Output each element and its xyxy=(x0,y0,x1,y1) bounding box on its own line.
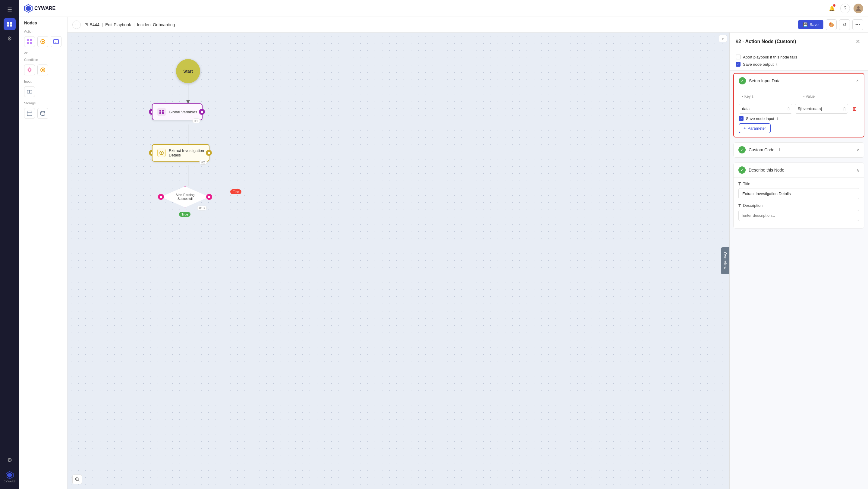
true-badge: True xyxy=(179,212,190,216)
key-input-wrapper: {} xyxy=(739,104,792,114)
collapse-arrow[interactable]: ∨ xyxy=(719,35,727,42)
playbook-id: PLB444 xyxy=(84,22,99,27)
hamburger-menu-icon[interactable]: ☰ xyxy=(4,4,16,16)
describe-node-header[interactable]: ✓ Describe this Node ∧ xyxy=(734,163,864,178)
global-variables-node[interactable]: Global Variables #1 xyxy=(152,103,203,120)
notification-icon[interactable]: 🔔 xyxy=(827,4,837,13)
condition-node-icon-1[interactable] xyxy=(24,64,35,75)
condition-node-icon-2[interactable] xyxy=(37,64,48,75)
back-button[interactable]: ← xyxy=(72,21,81,29)
storage-node-icon-1[interactable] xyxy=(24,108,35,119)
nodes-panel: Nodes Action ≫ Condition xyxy=(19,17,67,489)
settings-bottom-icon[interactable]: ⚙ xyxy=(4,454,16,466)
setup-input-title: Setup Input Data xyxy=(749,79,781,83)
main-wrapper: CYWARE 🔔 ? Nodes Action xyxy=(19,0,868,489)
add-param-label: Parameter xyxy=(748,126,766,130)
title-field-input[interactable] xyxy=(738,188,859,199)
save-output-label: Save node output xyxy=(743,62,774,67)
right-panel-title: #2 - Action Node (Custom) xyxy=(736,39,796,44)
input-node-icon-1[interactable] xyxy=(24,86,35,97)
right-panel: #2 - Action Node (Custom) ✕ Abort playbo… xyxy=(730,33,868,489)
help-icon[interactable]: ? xyxy=(840,4,850,13)
else-badge: Else xyxy=(230,189,241,194)
panel-options: Abort playbook if this node fails Save n… xyxy=(730,51,868,70)
abort-checkbox[interactable] xyxy=(736,55,741,59)
palette-button[interactable]: 🎨 xyxy=(826,19,837,30)
header-icons: 🔔 ? xyxy=(827,4,863,13)
save-button[interactable]: 💾 Save xyxy=(798,20,824,29)
add-parameter-button[interactable]: + Parameter xyxy=(739,123,771,133)
svg-rect-1 xyxy=(10,22,12,24)
cyware-logo-bottom: CYWARE xyxy=(4,471,16,483)
kv-row-1: {} {} 🗑 xyxy=(739,104,859,114)
svg-rect-29 xyxy=(162,110,164,112)
description-field-input[interactable] xyxy=(738,210,859,221)
overview-tab[interactable]: Overview xyxy=(721,247,730,274)
add-param-plus-icon: + xyxy=(744,126,746,130)
setup-input-accordion: ✓ Setup Input Data ∧ —• Key ℹ xyxy=(733,73,864,137)
playbook-nav-icon[interactable] xyxy=(4,18,16,30)
save-output-info-icon: ℹ xyxy=(776,62,778,66)
right-panel-header: #2 - Action Node (Custom) ✕ xyxy=(730,33,868,51)
nodes-panel-title: Nodes xyxy=(19,17,67,28)
close-panel-button[interactable]: ✕ xyxy=(854,37,862,46)
title-field-group: T Title xyxy=(738,181,859,199)
custom-code-header[interactable]: ✓ Custom Code ℹ ∨ xyxy=(734,143,864,157)
content-area: Nodes Action ≫ Condition xyxy=(19,17,868,489)
zoom-icon[interactable] xyxy=(72,475,82,484)
key-input-bracket-icon: {} xyxy=(787,107,789,111)
save-output-checkbox[interactable] xyxy=(736,62,741,67)
more-options-button[interactable]: ••• xyxy=(852,19,863,30)
settings-nav-icon[interactable]: ⚙ xyxy=(4,33,16,44)
setup-input-header[interactable]: ✓ Setup Input Data ∧ xyxy=(734,73,864,88)
action-expand-arrow[interactable]: ≫ xyxy=(19,50,67,56)
action-section-title: Action xyxy=(19,28,67,35)
abort-label: Abort playbook if this node fails xyxy=(743,55,797,59)
describe-node-accordion: ✓ Describe this Node ∧ T Title xyxy=(733,162,864,228)
key-input[interactable] xyxy=(739,104,792,114)
custom-code-check-icon: ✓ xyxy=(738,146,746,153)
delete-kv-button[interactable]: 🗑 xyxy=(850,104,859,113)
icon-rail: ☰ ⚙ ⚙ CYWARE xyxy=(0,0,19,489)
svg-rect-9 xyxy=(27,39,29,41)
save-input-row: Save node input ℹ xyxy=(739,116,859,121)
condition-icons-row xyxy=(19,63,67,78)
svg-point-14 xyxy=(42,41,44,42)
describe-node-title: Describe this Node xyxy=(749,167,784,173)
svg-rect-2 xyxy=(7,24,9,27)
save-input-checkbox[interactable] xyxy=(739,116,744,121)
svg-rect-0 xyxy=(7,22,9,24)
playbook-name: Incident Onboarding xyxy=(137,22,175,27)
custom-code-expand-icon: ∨ xyxy=(856,147,859,152)
edit-label: Edit Playbook xyxy=(105,22,131,27)
save-icon: 💾 xyxy=(803,22,808,27)
svg-rect-22 xyxy=(27,111,32,116)
storage-icons-row xyxy=(19,107,67,121)
value-col-label: Value xyxy=(806,94,815,99)
setup-input-collapse-icon: ∧ xyxy=(856,79,859,83)
setup-input-check-icon: ✓ xyxy=(739,77,746,84)
extract-investigation-node[interactable]: Extract Investigation Details #2 xyxy=(152,144,210,161)
user-avatar[interactable] xyxy=(854,4,863,13)
svg-rect-3 xyxy=(10,24,12,27)
svg-point-24 xyxy=(41,111,45,113)
notification-badge xyxy=(833,4,835,7)
condition-section-title: Condition xyxy=(19,56,67,63)
playbook-subheader: ← PLB444 | Edit Playbook | Incident Onbo… xyxy=(67,17,868,33)
svg-point-33 xyxy=(161,152,162,154)
storage-node-icon-2[interactable] xyxy=(37,108,48,119)
action-node-icon-3[interactable] xyxy=(51,36,61,47)
action-node-icon-1[interactable] xyxy=(24,36,35,47)
node-13-badge: #13 xyxy=(197,206,207,210)
svg-marker-7 xyxy=(26,6,31,11)
key-col-label: Key xyxy=(744,94,751,99)
setup-input-content: —• Key ℹ —• Value xyxy=(734,88,864,137)
value-input[interactable] xyxy=(795,104,848,114)
flow-canvas-area: ∨ Overview xyxy=(67,33,730,489)
refresh-button[interactable]: ↺ xyxy=(839,19,850,30)
condition-node[interactable]: Alert Parsing Succesfull #13 xyxy=(161,186,209,207)
custom-code-title: Custom Code xyxy=(749,147,775,152)
start-node[interactable]: Start xyxy=(176,59,200,83)
app-logo: CYWARE xyxy=(24,4,56,13)
action-node-icon-2[interactable] xyxy=(37,36,48,47)
